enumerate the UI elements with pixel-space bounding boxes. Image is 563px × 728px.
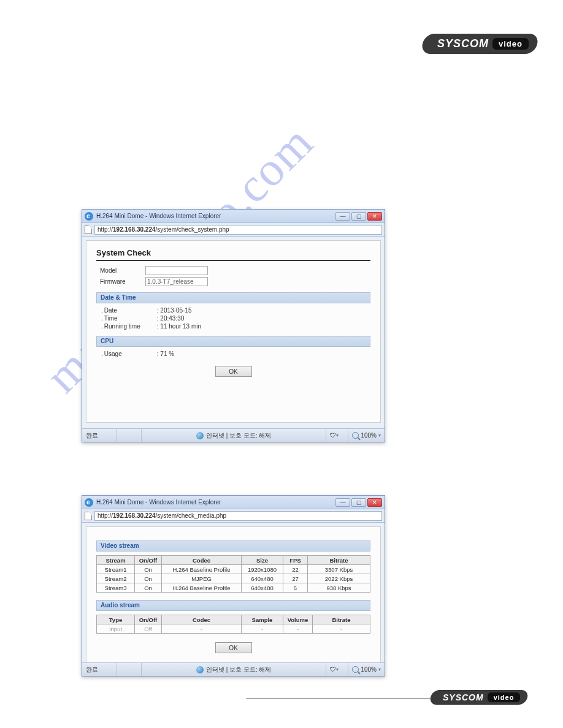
table-cell: - (313, 624, 370, 634)
ie-icon (85, 212, 93, 221)
window-title: H.264 Mini Dome - Windows Internet Explo… (96, 213, 335, 219)
minimize-button[interactable]: — (335, 212, 350, 221)
status-zone: 인터넷 | 보호 모드: 해제 (141, 663, 326, 676)
brand-name: SYSCOM (443, 692, 484, 702)
url-host: 192.168.30.224 (113, 512, 156, 519)
titlebar: H.264 Mini Dome - Windows Internet Explo… (82, 496, 385, 509)
address-bar: http://192.168.30.224/system/check_syste… (82, 223, 385, 237)
zoom-control[interactable]: 100% ▾ (348, 663, 385, 676)
magnifier-icon (352, 432, 359, 439)
table-header-row: Type On/Off Codec Sample Volume Bitrate (97, 615, 370, 624)
running-time-label: Running time (104, 323, 157, 330)
page-content: Video stream Stream On/Off Codec Size FP… (86, 526, 381, 669)
titlebar: H.264 Mini Dome - Windows Internet Explo… (82, 210, 385, 223)
model-input[interactable] (145, 266, 208, 275)
brand-suffix: video (487, 692, 520, 702)
url-host: 192.168.30.224 (113, 226, 156, 233)
model-label: Model (100, 267, 145, 274)
ie-window-media-check: H.264 Mini Dome - Windows Internet Explo… (82, 495, 385, 677)
th-volume: Volume (283, 615, 313, 624)
url-field[interactable]: http://192.168.30.224/system/check_syste… (94, 225, 382, 235)
table-cell: 2022 Kbps (308, 574, 370, 583)
firmware-label: Firmware (100, 278, 145, 285)
maximize-button[interactable]: ▢ (351, 498, 366, 507)
table-cell: 938 Kbps (308, 583, 370, 593)
section-video-stream: Video stream (96, 540, 370, 552)
running-time-value: : 11 hour 13 min (157, 323, 201, 330)
page-icon (85, 512, 92, 520)
close-button[interactable]: ✕ (367, 498, 382, 507)
status-bar: 완료 인터넷 | 보호 모드: 해제 🛡▾ 100% ▾ (82, 662, 385, 676)
table-cell: 640x480 (242, 574, 283, 583)
shield-icon: 🛡 (330, 432, 336, 439)
video-stream-table: Stream On/Off Codec Size FPS Bitrate Str… (96, 555, 370, 593)
status-center: 인터넷 | 보호 모드: 해제 (206, 665, 272, 674)
time-value: : 20:43:30 (157, 315, 184, 322)
ie-window-system-check: H.264 Mini Dome - Windows Internet Explo… (82, 209, 385, 442)
window-title: H.264 Mini Dome - Windows Internet Explo… (96, 499, 335, 506)
zoom-level: 100% (361, 432, 377, 439)
section-cpu: CPU (96, 336, 370, 347)
cpu-usage-label: Usage (104, 351, 157, 357)
th-onoff: On/Off (135, 556, 162, 565)
table-cell: H.264 Baseline Profile (162, 583, 242, 593)
close-button[interactable]: ✕ (367, 212, 382, 221)
brand-suffix: video (492, 38, 529, 50)
table-cell: 640x480 (242, 583, 283, 593)
th-fps: FPS (283, 556, 308, 565)
maximize-button[interactable]: ▢ (351, 212, 366, 221)
zoom-control[interactable]: 100% ▾ (348, 429, 385, 442)
table-cell: Off (135, 624, 162, 634)
ie-icon (85, 498, 93, 507)
status-left: 완료 (82, 663, 117, 676)
table-cell: On (135, 565, 162, 574)
table-cell: MJPEG (162, 574, 242, 583)
table-header-row: Stream On/Off Codec Size FPS Bitrate (97, 556, 370, 565)
audio-stream-table: Type On/Off Codec Sample Volume Bitrate … (96, 615, 370, 634)
table-row: Stream2OnMJPEG640x480272022 Kbps (97, 574, 370, 583)
url-field[interactable]: http://192.168.30.224/system/check_media… (94, 511, 382, 521)
th-size: Size (242, 556, 283, 565)
table-cell: 22 (283, 565, 308, 574)
status-bar: 완료 인터넷 | 보호 모드: 해제 🛡▾ 100% ▾ (82, 428, 385, 442)
status-left: 완료 (82, 429, 117, 442)
th-codec: Codec (162, 556, 242, 565)
table-cell: Stream2 (97, 574, 135, 583)
brand-logo-top: SYSCOM video (421, 34, 540, 54)
zoom-level: 100% (361, 666, 377, 673)
security-dropdown[interactable]: 🛡▾ (326, 429, 348, 442)
ok-button[interactable]: OK (215, 366, 252, 377)
table-cell: 3307 Kbps (308, 565, 370, 574)
table-row: Stream3OnH.264 Baseline Profile640x48059… (97, 583, 370, 593)
cpu-usage-value: : 71 % (157, 351, 174, 357)
table-cell: - (283, 624, 313, 634)
section-audio-stream: Audio stream (96, 600, 370, 611)
table-cell: - (242, 624, 283, 634)
minimize-button[interactable]: — (335, 498, 350, 507)
date-label: Date (104, 307, 157, 314)
table-row: InputOff---- (97, 624, 370, 634)
page-content: System Check Model Firmware Date & Time … (86, 240, 381, 423)
status-spacer (117, 429, 141, 442)
page-icon (85, 226, 92, 234)
security-dropdown[interactable]: 🛡▾ (326, 663, 348, 676)
url-path: /system/check_media.php (156, 512, 227, 519)
table-cell: On (135, 583, 162, 593)
url-path: /system/check_system.php (156, 226, 229, 233)
th-bitrate: Bitrate (313, 615, 370, 624)
url-prefix: http:// (98, 512, 113, 519)
brand-name: SYSCOM (437, 37, 489, 50)
shield-icon: 🛡 (330, 666, 336, 673)
th-codec: Codec (162, 615, 242, 624)
globe-icon (196, 432, 204, 439)
date-value: : 2013-05-15 (157, 307, 192, 314)
ok-button[interactable]: OK (215, 642, 252, 653)
status-center: 인터넷 | 보호 모드: 해제 (206, 431, 272, 440)
firmware-input[interactable] (145, 277, 208, 286)
status-zone: 인터넷 | 보호 모드: 해제 (141, 429, 326, 442)
table-cell: Stream3 (97, 583, 135, 593)
time-label: Time (104, 315, 157, 322)
status-spacer (117, 663, 141, 676)
table-cell: Input (97, 624, 135, 634)
address-bar: http://192.168.30.224/system/check_media… (82, 509, 385, 523)
